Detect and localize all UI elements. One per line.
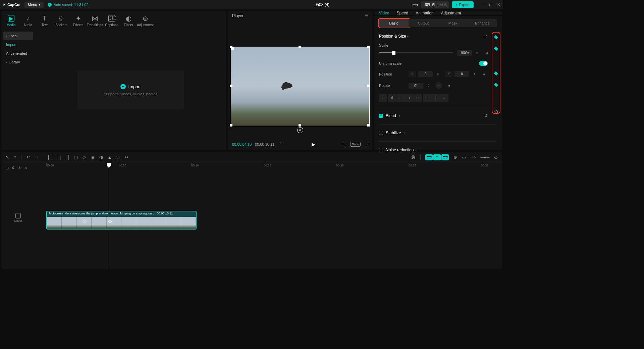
kf-prev-icon[interactable]: ◀ xyxy=(485,51,488,55)
titlebar: CapCut Menu Auto saved: 11:31:02 0508 (4… xyxy=(0,0,503,9)
tab-effects[interactable]: ✦Effects xyxy=(70,12,87,30)
sidebar-item-ai-generated[interactable]: AI generated xyxy=(1,49,35,58)
reverse-button[interactable]: ◑ xyxy=(99,155,103,160)
props-tab-video[interactable]: Video xyxy=(379,11,389,15)
marker-button[interactable]: ◇ xyxy=(83,155,86,160)
keyframe-position-size[interactable] xyxy=(494,35,498,39)
tab-media[interactable]: ▶Media xyxy=(3,12,19,30)
playhead[interactable] xyxy=(109,163,109,269)
tab-captions[interactable]: CCCaptions xyxy=(103,12,120,30)
sub-tab-mask[interactable]: Mask xyxy=(438,19,468,27)
align-top-button[interactable]: ⊤ xyxy=(405,94,414,102)
keyframe-scale[interactable] xyxy=(494,46,498,50)
rotate-button[interactable]: ◇ xyxy=(117,155,120,160)
import-dropzone[interactable]: +Import Supports: videos, audios, photos xyxy=(77,70,184,109)
sidebar-item-import[interactable]: Import xyxy=(1,40,35,49)
maximize-button[interactable]: ◻ xyxy=(489,2,492,7)
position-label: Position xyxy=(379,72,405,76)
selection-tool-icon[interactable]: ↖ xyxy=(5,155,9,160)
split-button[interactable]: ⎡⎤ xyxy=(48,155,53,160)
pos-y-stepper[interactable]: ▲▼ xyxy=(473,72,477,76)
export-button[interactable]: Export xyxy=(452,1,474,8)
keyframe-position[interactable] xyxy=(494,71,498,76)
tab-text[interactable]: TText xyxy=(36,12,53,30)
mirror-button[interactable]: ▲ xyxy=(108,155,112,160)
track-lock-icon[interactable]: 🔒︎ xyxy=(11,166,15,170)
rotate-stepper[interactable]: ▲▼ xyxy=(427,84,431,87)
position-size-label: Position & Size ▾ xyxy=(379,34,409,39)
crop-button[interactable]: ✂ xyxy=(125,155,128,160)
scale-value[interactable]: 100% xyxy=(457,50,472,56)
undo-button[interactable]: ↶ xyxy=(26,155,30,160)
position-x-input[interactable]: X0 xyxy=(409,71,433,77)
rotate-value[interactable]: 0° xyxy=(409,83,423,89)
freeze-button[interactable]: ▣ xyxy=(91,155,95,160)
sub-tab-cutout[interactable]: Cutout xyxy=(409,19,438,27)
sidebar-item-local[interactable]: Local xyxy=(3,32,33,40)
layout-icon[interactable]: ▭▾ xyxy=(412,2,419,7)
props-tab-animation[interactable]: Animation xyxy=(416,11,433,15)
kf-prev-rot-icon[interactable]: ◀ xyxy=(447,84,450,87)
tab-transitions[interactable]: ⋈Transitions xyxy=(87,12,103,30)
captions-icon: CC xyxy=(108,15,115,22)
track-toggle-icon[interactable]: ▢ xyxy=(5,166,9,170)
position-y-input[interactable]: Y0 xyxy=(445,71,470,77)
align-bottom-button[interactable]: ⊥ xyxy=(423,94,431,102)
stabilize-checkbox[interactable] xyxy=(379,131,383,135)
compare-icon[interactable] xyxy=(280,143,284,146)
player-menu-icon[interactable]: ☰ xyxy=(365,13,368,18)
reset-position-size-icon[interactable]: ↺ xyxy=(484,34,488,39)
menu-button[interactable]: Menu xyxy=(24,2,44,8)
scale-slider[interactable] xyxy=(379,52,453,53)
reset-blend-icon[interactable]: ↺ xyxy=(484,113,488,118)
split-left-button[interactable]: ⎡| xyxy=(57,155,61,160)
play-button[interactable]: ▶ xyxy=(312,142,315,147)
fullscreen-icon[interactable]: ⛶ xyxy=(365,142,368,146)
distribute-v-button[interactable]: ═ xyxy=(440,94,449,102)
tab-adjustment[interactable]: ⊜Adjustment xyxy=(137,12,154,30)
redo-button[interactable]: ↷ xyxy=(35,155,38,160)
close-button[interactable]: ✕ xyxy=(497,2,500,7)
align-left-button[interactable]: ⊢ xyxy=(379,94,388,102)
track-visibility-icon[interactable]: 👁 xyxy=(18,166,21,170)
props-tab-adjustment[interactable]: Adjustment xyxy=(441,11,461,15)
media-panel: ▶Media ♪Audio TText ☺Stickers ✦Effects ⋈… xyxy=(1,11,226,150)
sidebar-item-library[interactable]: Library xyxy=(1,58,35,66)
keyframe-rotate[interactable] xyxy=(494,83,498,87)
noise-checkbox[interactable] xyxy=(379,148,383,152)
tab-filters[interactable]: ◐Filters xyxy=(120,12,137,30)
scale-label: Scale xyxy=(379,43,405,47)
distribute-h-button[interactable]: ║ xyxy=(431,94,440,102)
tab-audio[interactable]: ♪Audio xyxy=(19,12,36,30)
kf-prev-pos-icon[interactable]: ◀ xyxy=(483,72,485,76)
properties-panel: Video Speed Animation Adjustment Basic C… xyxy=(374,11,502,150)
minimize-button[interactable]: — xyxy=(480,2,484,7)
scale-stepper[interactable]: ▲▼ xyxy=(476,51,480,55)
align-right-button[interactable]: ⊣ xyxy=(396,94,405,102)
sub-tab-basic[interactable]: Basic xyxy=(379,19,409,27)
selection-dropdown-icon[interactable]: ▼ xyxy=(14,156,16,159)
text-icon: T xyxy=(41,15,48,22)
cover-button[interactable]: Cover xyxy=(3,213,34,222)
stabilize-indicator-icon[interactable]: ⊕ xyxy=(297,127,303,133)
scan-icon[interactable]: ⛶ xyxy=(342,142,346,146)
preview-frame[interactable]: ⊕ xyxy=(231,47,370,126)
align-center-v-button[interactable]: ✛ xyxy=(414,94,423,102)
sub-tab-enhance[interactable]: Enhance xyxy=(468,19,497,27)
split-right-button[interactable]: |⎤ xyxy=(65,155,69,160)
video-clip[interactable]: Motocross riders overcome the jump in sl… xyxy=(46,211,197,230)
track-mute-icon[interactable]: 🔇︎ xyxy=(24,166,28,170)
ratio-button[interactable]: Ratio xyxy=(350,142,361,147)
delete-button[interactable]: ▢ xyxy=(74,155,78,160)
rotate-dial[interactable]: – xyxy=(435,82,442,89)
tab-stickers[interactable]: ☺Stickers xyxy=(53,12,70,30)
transitions-icon: ⋈ xyxy=(92,15,98,22)
align-center-h-button[interactable]: ⊣⊢ xyxy=(388,94,396,102)
shortcut-button[interactable]: Shortcut xyxy=(421,1,449,8)
app-logo: CapCut xyxy=(3,2,20,7)
props-tab-speed[interactable]: Speed xyxy=(396,11,408,15)
uniform-scale-toggle[interactable] xyxy=(479,61,488,66)
timeline-ruler[interactable]: 00:00 00:05 00:10 00:15 00:20 00:25 00:3… xyxy=(35,163,502,170)
pos-x-stepper[interactable]: ▲▼ xyxy=(437,72,441,76)
blend-checkbox[interactable] xyxy=(379,114,383,118)
